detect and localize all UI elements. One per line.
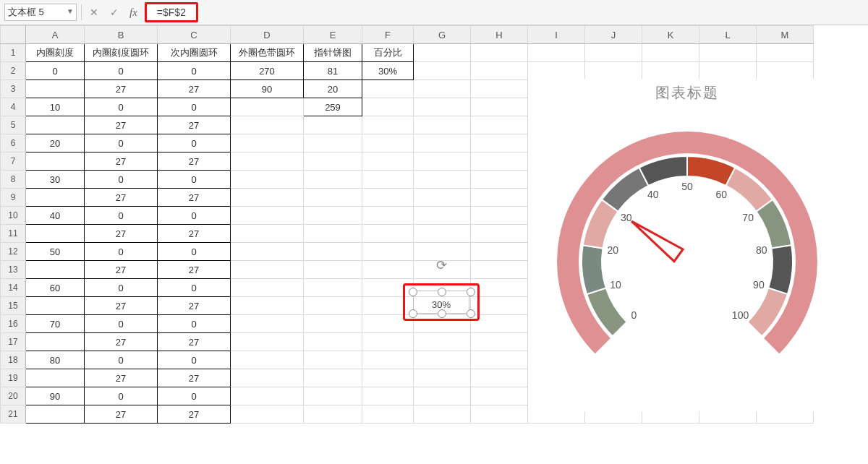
cell-H11[interactable]	[471, 225, 528, 243]
cell-D13[interactable]	[231, 261, 304, 279]
cell-E11[interactable]	[304, 225, 362, 243]
cell-C10[interactable]: 0	[158, 207, 231, 225]
row-header-13[interactable]: 13	[1, 261, 26, 279]
cell-E15[interactable]	[304, 297, 362, 315]
cell-A2[interactable]: 0	[26, 62, 85, 80]
cell-A17[interactable]	[26, 333, 85, 351]
col-header-D[interactable]: D	[231, 26, 304, 44]
col-header-B[interactable]: B	[85, 26, 158, 44]
resize-handle[interactable]	[467, 288, 475, 296]
cell-H3[interactable]	[471, 80, 528, 98]
cell-A14[interactable]: 60	[26, 279, 85, 297]
cell-G1[interactable]	[414, 44, 471, 62]
cell-G21[interactable]	[414, 405, 471, 424]
cell-D3[interactable]: 90	[231, 80, 304, 98]
cell-E3[interactable]: 20	[304, 80, 362, 98]
cancel-icon[interactable]: ✕	[86, 4, 102, 20]
row-header-10[interactable]: 10	[1, 207, 26, 225]
cell-B2[interactable]: 0	[85, 62, 158, 80]
cell-G20[interactable]	[414, 387, 471, 405]
cell-D16[interactable]	[231, 315, 304, 333]
row-header-16[interactable]: 16	[1, 315, 26, 333]
cell-C4[interactable]: 0	[158, 98, 231, 116]
cell-C13[interactable]: 27	[158, 261, 231, 279]
row-header-19[interactable]: 19	[1, 369, 26, 387]
row-header-8[interactable]: 8	[1, 171, 26, 189]
col-header-C[interactable]: C	[158, 26, 231, 44]
cell-A1[interactable]: 内圈刻度	[26, 44, 85, 62]
cell-K1[interactable]	[642, 44, 699, 62]
cell-G6[interactable]	[414, 134, 471, 152]
cell-H13[interactable]	[471, 261, 528, 279]
cell-A13[interactable]	[26, 261, 85, 279]
cell-D14[interactable]	[231, 279, 304, 297]
col-header-F[interactable]: F	[362, 26, 414, 44]
cell-L1[interactable]	[699, 44, 757, 62]
cell-C18[interactable]: 0	[158, 351, 231, 369]
cell-B20[interactable]: 0	[85, 387, 158, 405]
cell-G7[interactable]	[414, 152, 471, 171]
cell-J2[interactable]	[585, 62, 642, 80]
cell-B9[interactable]: 27	[85, 189, 158, 207]
cell-E21[interactable]	[304, 405, 362, 424]
cell-L2[interactable]	[699, 62, 757, 80]
cell-H2[interactable]	[471, 62, 528, 80]
cell-F11[interactable]	[362, 225, 414, 243]
cell-G18[interactable]	[414, 351, 471, 369]
cell-B18[interactable]: 0	[85, 351, 158, 369]
cell-B10[interactable]: 0	[85, 207, 158, 225]
cell-A21[interactable]	[26, 405, 85, 424]
cell-H21[interactable]	[471, 405, 528, 424]
row-header-14[interactable]: 14	[1, 279, 26, 297]
cell-F4[interactable]	[362, 98, 414, 116]
cell-G8[interactable]	[414, 171, 471, 189]
cell-H12[interactable]	[471, 243, 528, 261]
cell-H1[interactable]	[471, 44, 528, 62]
cell-D8[interactable]	[231, 171, 304, 189]
cell-A11[interactable]	[26, 225, 85, 243]
row-header-1[interactable]: 1	[1, 44, 26, 62]
cell-G11[interactable]	[414, 225, 471, 243]
row-header-7[interactable]: 7	[1, 152, 26, 171]
cell-E2[interactable]: 81	[304, 62, 362, 80]
cell-A9[interactable]	[26, 189, 85, 207]
cell-C20[interactable]: 0	[158, 387, 231, 405]
row-header-17[interactable]: 17	[1, 333, 26, 351]
textbox-selection[interactable]: ⟳ 30%	[403, 283, 480, 321]
row-header-9[interactable]: 9	[1, 189, 26, 207]
cell-C17[interactable]: 27	[158, 333, 231, 351]
cell-D15[interactable]	[231, 297, 304, 315]
cell-F6[interactable]	[362, 134, 414, 152]
cell-H5[interactable]	[471, 116, 528, 134]
cell-F2[interactable]: 30%	[362, 62, 414, 80]
cell-F8[interactable]	[362, 171, 414, 189]
cell-A4[interactable]: 10	[26, 98, 85, 116]
resize-handle[interactable]	[438, 309, 446, 318]
cell-G10[interactable]	[414, 207, 471, 225]
cell-H17[interactable]	[471, 333, 528, 351]
resize-handle[interactable]	[409, 309, 417, 318]
col-header-K[interactable]: K	[642, 26, 699, 44]
cell-A3[interactable]	[26, 80, 85, 98]
cell-I2[interactable]	[528, 62, 585, 80]
cell-F20[interactable]	[362, 387, 414, 405]
cell-D20[interactable]	[231, 387, 304, 405]
cell-B21[interactable]: 27	[85, 405, 158, 424]
cell-F9[interactable]	[362, 189, 414, 207]
cell-G2[interactable]	[414, 62, 471, 80]
cell-E16[interactable]	[304, 315, 362, 333]
cell-E7[interactable]	[304, 152, 362, 171]
row-header-4[interactable]: 4	[1, 98, 26, 116]
cell-E10[interactable]	[304, 207, 362, 225]
cell-D6[interactable]	[231, 134, 304, 152]
cell-C9[interactable]: 27	[158, 189, 231, 207]
cell-B5[interactable]: 27	[85, 116, 158, 134]
col-header-G[interactable]: G	[414, 26, 471, 44]
cell-D5[interactable]	[231, 116, 304, 134]
cell-H9[interactable]	[471, 189, 528, 207]
cell-B1[interactable]: 内圈刻度圆环	[85, 44, 158, 62]
worksheet[interactable]: ABCDEFGHIJKLM1内圈刻度内圈刻度圆环次内圈圆环外圈色带圆环指针饼图百…	[0, 25, 868, 464]
cell-B4[interactable]: 0	[85, 98, 158, 116]
cell-B12[interactable]: 0	[85, 243, 158, 261]
chevron-down-icon[interactable]: ▼	[67, 7, 74, 15]
